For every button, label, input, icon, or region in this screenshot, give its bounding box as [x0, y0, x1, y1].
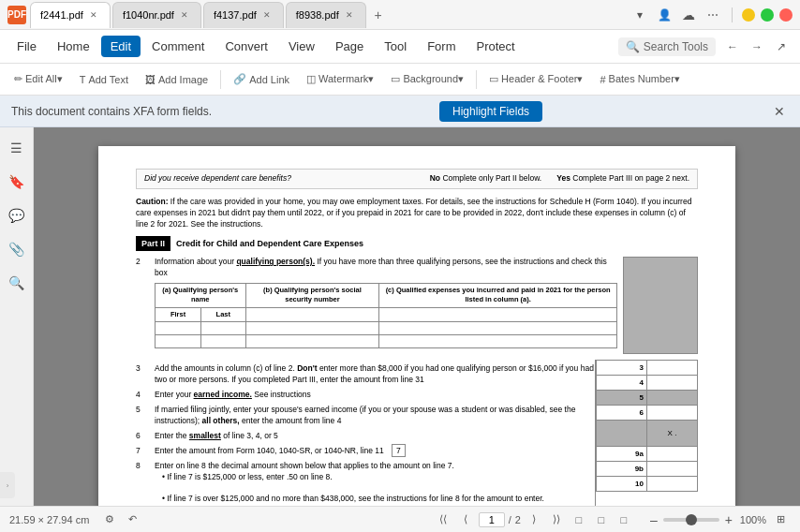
- tab-t3[interactable]: f4137.pdf✕: [203, 2, 284, 28]
- toolbar-btn-bates-number[interactable]: #Bates Number▾: [593, 70, 686, 88]
- nav-thumbnail-1[interactable]: □: [570, 510, 588, 529]
- nav-last-button[interactable]: ⟩⟩: [547, 510, 566, 529]
- nav-thumbnail-3[interactable]: □: [615, 510, 633, 529]
- toolbar-btn-add-link[interactable]: 🔗Add Link: [227, 70, 296, 88]
- sidebar-icon-search[interactable]: 🔍: [4, 270, 30, 296]
- cloud-icon[interactable]: ☁: [679, 6, 698, 24]
- toolbar-btn-header-footer[interactable]: ▭Header & Footer▾: [482, 70, 589, 88]
- add-tab-button[interactable]: +: [368, 5, 389, 25]
- col-a-header: (a) Qualifying person's name: [156, 283, 246, 307]
- add-image-label: Add Image: [158, 74, 208, 85]
- tab-close-t3[interactable]: ✕: [260, 8, 274, 22]
- search-tools-area[interactable]: 🔍 Search Tools: [618, 37, 716, 56]
- nav-prev-button[interactable]: ⟨: [456, 510, 475, 529]
- table-row: [156, 335, 617, 348]
- zoom-area: – + 100% ⊞: [648, 510, 791, 530]
- add-link-icon: 🔗: [233, 73, 246, 85]
- chevron-down-icon[interactable]: ▾: [630, 6, 649, 24]
- zoom-out-button[interactable]: –: [648, 512, 659, 527]
- nav-back-button[interactable]: ←: [721, 36, 744, 58]
- right-row-8: X .: [597, 421, 698, 447]
- doc-scroll[interactable]: Did you receive dependent care benefits?…: [34, 127, 800, 506]
- tab-label: f4137.pdf: [214, 9, 257, 21]
- right-row-9a: 9a: [597, 447, 698, 462]
- info-close-button[interactable]: ✕: [770, 102, 789, 121]
- menu-item-comment[interactable]: Comment: [142, 36, 214, 57]
- line-item-4: 4 Enter your earned income. See instruct…: [136, 390, 595, 401]
- close-button[interactable]: [779, 8, 793, 22]
- menu-item-page[interactable]: Page: [326, 36, 373, 57]
- background-icon: ▭: [391, 73, 400, 85]
- app-icon: PDF: [7, 6, 26, 24]
- col-c-header: (c) Qualified expenses you incurred and …: [379, 283, 617, 307]
- nav-forward-button[interactable]: →: [746, 36, 768, 58]
- zoom-in-button[interactable]: +: [723, 512, 734, 527]
- toolbar-btn-edit-all[interactable]: ✏Edit All▾: [7, 70, 69, 88]
- page-number-input[interactable]: [479, 512, 505, 527]
- menu-nav-buttons: ← → ↗: [721, 36, 793, 58]
- table-row: [156, 322, 617, 335]
- share-button[interactable]: ↗: [770, 36, 793, 58]
- maximize-button[interactable]: [761, 8, 774, 22]
- right-row-3: 3: [597, 361, 698, 376]
- col-first-header: First: [156, 307, 201, 322]
- menu-item-view[interactable]: View: [279, 36, 324, 57]
- zoom-thumb: [686, 514, 697, 525]
- menu-item-home[interactable]: Home: [48, 36, 99, 57]
- tab-close-t1[interactable]: ✕: [87, 8, 100, 22]
- page-separator: /: [509, 514, 511, 525]
- lines-area: 3 Add the amounts in column (c) of line …: [136, 360, 698, 506]
- menu-item-tool[interactable]: Tool: [375, 36, 416, 57]
- nav-thumbnail-2[interactable]: □: [592, 510, 611, 529]
- toolbar-separator: [476, 70, 477, 89]
- part-ii-label: Part II: [136, 236, 170, 252]
- tab-t1[interactable]: f2441.pdf✕: [30, 2, 111, 28]
- sidebar-icon-attachment[interactable]: 📎: [4, 236, 30, 262]
- sidebar-icon-navigation[interactable]: ☰: [4, 135, 30, 161]
- sidebar-icon-comment[interactable]: 💬: [4, 202, 30, 229]
- line-item-7: 7 Enter the amount from Form 1040, 1040-…: [136, 446, 595, 457]
- menu-item-edit[interactable]: Edit: [101, 36, 141, 57]
- toolbar-btn-add-image[interactable]: 🖼Add Image: [139, 71, 215, 88]
- toolbar-btn-watermark[interactable]: ◫Watermark▾: [300, 70, 380, 88]
- search-tools-label: Search Tools: [644, 40, 708, 53]
- menu-item-convert[interactable]: Convert: [215, 36, 277, 57]
- toolbar: ✏Edit All▾TAdd Text🖼Add Image🔗Add Link◫W…: [0, 64, 800, 96]
- menu-item-protect[interactable]: Protect: [467, 36, 524, 57]
- toolbar-btn-background[interactable]: ▭Background▾: [384, 70, 470, 88]
- menu-item-form[interactable]: Form: [418, 36, 465, 57]
- nav-first-button[interactable]: ⟨⟨: [434, 510, 452, 529]
- menu-item-file[interactable]: File: [7, 36, 46, 57]
- settings-button[interactable]: ⚙: [100, 510, 119, 529]
- sidebar-icon-bookmark[interactable]: 🔖: [4, 169, 30, 195]
- nav-next-button[interactable]: ⟩: [525, 510, 543, 529]
- user-icon[interactable]: 👤: [655, 6, 674, 24]
- search-icon: 🔍: [626, 40, 640, 53]
- minimize-button[interactable]: [742, 8, 755, 22]
- tab-t4[interactable]: f8938.pdf✕: [286, 2, 366, 28]
- right-row-9b: 9b: [597, 462, 698, 477]
- tab-t2[interactable]: f1040nr.pdf✕: [112, 2, 201, 28]
- zoom-slider[interactable]: [663, 518, 719, 522]
- more-options-icon[interactable]: ⋯: [704, 6, 722, 24]
- background-label: Background▾: [403, 73, 464, 85]
- highlight-fields-button[interactable]: Highlight Fields: [439, 101, 542, 122]
- line-item-5: 5 If married filing jointly, enter your …: [136, 405, 595, 427]
- right-row-6: 6: [597, 406, 698, 421]
- notice-yes: Yes Complete Part III on page 2 next.: [556, 173, 689, 185]
- col-b-header: (b) Qualifying person's social security …: [245, 283, 379, 307]
- line-2-text: Information about your qualifying person…: [155, 257, 617, 279]
- toolbar-btn-add-text[interactable]: TAdd Text: [73, 71, 135, 88]
- line-2-table: (a) Qualifying person's name (b) Qualify…: [155, 283, 617, 349]
- tab-close-t2[interactable]: ✕: [178, 8, 191, 22]
- bottom-bar: 21.59 × 27.94 cm ⚙ ↶ ⟨⟨ ⟨ / 2 ⟩ ⟩⟩ □ □ □…: [0, 506, 800, 532]
- fit-page-button[interactable]: ⊞: [770, 510, 791, 530]
- zoom-level: 100%: [740, 514, 766, 525]
- sidebar-expand-button[interactable]: ›: [0, 472, 15, 498]
- add-image-icon: 🖼: [145, 74, 156, 85]
- line-2-shaded-col: [623, 257, 698, 354]
- title-bar: PDF f2441.pdf✕f1040nr.pdf✕f4137.pdf✕f893…: [0, 0, 800, 30]
- rotate-button[interactable]: ↶: [123, 510, 141, 529]
- watermark-icon: ◫: [306, 73, 316, 85]
- tab-close-t4[interactable]: ✕: [343, 8, 356, 22]
